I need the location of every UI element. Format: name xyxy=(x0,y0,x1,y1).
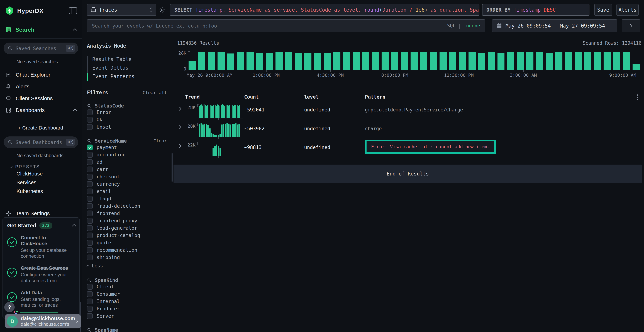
checkbox[interactable] xyxy=(87,306,93,312)
filter-option-Internal[interactable]: Internal xyxy=(87,298,167,305)
filter-option-Client[interactable]: Client xyxy=(87,283,167,290)
checkbox[interactable] xyxy=(87,232,93,238)
filter-option-currency[interactable]: currency xyxy=(87,180,167,188)
filter-option-accounting[interactable]: accounting xyxy=(87,151,167,158)
filters-scrollbar[interactable] xyxy=(172,153,173,182)
source-select[interactable]: Traces xyxy=(87,4,156,16)
filter-option-cart[interactable]: cart xyxy=(87,166,167,173)
analysis-mode-event-deltas[interactable]: Event Deltas xyxy=(92,64,167,72)
row-expand-chevron[interactable] xyxy=(177,102,185,111)
highlighted-error-pattern[interactable]: Error: Visa cache full: cannot add new i… xyxy=(365,140,496,154)
date-range-picker[interactable]: May 26 09:09:54 - May 27 09:09:54 xyxy=(492,19,617,32)
sidebar-item-alerts[interactable]: Alerts xyxy=(0,81,82,92)
sql-select-editor[interactable]: SELECT Timestamp, ServiceName as service… xyxy=(170,4,480,16)
checkbox[interactable] xyxy=(87,144,93,150)
get-started-item-connect[interactable]: Connect to ClickHouse Set up your databa… xyxy=(7,235,76,259)
sidebar-item-chart-explorer[interactable]: Chart Explorer xyxy=(0,69,82,81)
source-settings-gear-icon[interactable] xyxy=(159,6,166,13)
checkbox[interactable] xyxy=(87,117,93,122)
filter-option-flagd[interactable]: flagd xyxy=(87,195,167,202)
filter-option-shipping[interactable]: shipping xyxy=(87,254,167,261)
column-header-trend[interactable]: Trend xyxy=(185,94,244,100)
column-header-pattern[interactable]: Pattern xyxy=(365,94,633,100)
preset-services[interactable]: Services xyxy=(0,178,82,187)
sidebar-collapse-icon[interactable] xyxy=(69,7,77,14)
filter-clear-button[interactable]: Clear xyxy=(154,138,167,144)
analysis-mode-results-table[interactable]: Results Table xyxy=(92,55,167,64)
run-query-button[interactable] xyxy=(622,19,640,32)
sidebar-item-search[interactable]: Search xyxy=(0,25,82,35)
filter-option-Consumer[interactable]: Consumer xyxy=(87,290,167,298)
sql-mode-toggle[interactable]: SQL xyxy=(447,23,456,28)
filter-option-product-catalog[interactable]: product-catalog xyxy=(87,232,167,239)
checkbox[interactable] xyxy=(87,284,93,290)
saved-dashboards-input[interactable]: Saved Dashboards ⌘K xyxy=(4,136,78,148)
checkbox[interactable] xyxy=(87,225,93,231)
filter-option-frontend-proxy[interactable]: frontend-proxy xyxy=(87,217,167,224)
preset-kubernetes[interactable]: Kubernetes xyxy=(0,187,82,196)
get-started-item-sources[interactable]: Create Data Sources Configure where your… xyxy=(7,265,76,284)
checkbox[interactable] xyxy=(87,110,93,115)
analysis-mode-event-patterns[interactable]: Event Patterns xyxy=(92,72,167,81)
lucene-search-bar[interactable]: SQL | Lucene xyxy=(87,19,485,32)
table-row[interactable]: 22K~98813undefinedError: Visa cache full… xyxy=(177,140,642,159)
search-icon[interactable] xyxy=(87,139,92,143)
get-started-item-add-data[interactable]: Add Data Start sending logs, metrics, or… xyxy=(7,290,76,308)
alerts-button[interactable]: Alerts xyxy=(616,4,639,16)
preset-clickhouse[interactable]: ClickHouse xyxy=(0,170,82,178)
filter-option-payment[interactable]: payment xyxy=(87,144,167,151)
checkbox[interactable] xyxy=(87,203,93,209)
filter-option-recommendation[interactable]: recommendation xyxy=(87,246,167,254)
checkbox[interactable] xyxy=(87,210,93,216)
results-histogram[interactable]: 28K 0 May 26 9:00:00 AM1:00:00 PM4:30:00… xyxy=(177,49,642,80)
lucene-mode-toggle[interactable]: Lucene xyxy=(463,23,480,28)
table-menu-kebab-icon[interactable] xyxy=(633,94,642,100)
checkbox[interactable] xyxy=(87,124,93,130)
search-icon[interactable] xyxy=(87,278,92,283)
save-button[interactable]: Save xyxy=(594,4,612,16)
checkbox[interactable] xyxy=(87,188,93,194)
column-header-level[interactable]: level xyxy=(304,94,365,100)
checkbox[interactable] xyxy=(87,218,93,224)
table-row[interactable]: 28K~503982undefinedcharge xyxy=(177,121,642,140)
checkbox[interactable] xyxy=(87,166,93,172)
filter-option-quote[interactable]: quote xyxy=(87,239,167,246)
show-less-button[interactable]: Less xyxy=(87,262,167,270)
filter-option-checkout[interactable]: checkout xyxy=(87,173,167,180)
checkbox[interactable] xyxy=(87,298,93,304)
user-menu[interactable]: D dale@clickhouse.com dale@clickhouse.co… xyxy=(5,314,81,328)
help-button[interactable]: ? xyxy=(4,302,15,312)
create-dashboard-button[interactable]: + Create Dashboard xyxy=(0,123,82,132)
checkbox[interactable] xyxy=(87,313,93,319)
checkbox[interactable] xyxy=(87,174,93,180)
sidebar-item-client-sessions[interactable]: Client Sessions xyxy=(0,92,82,104)
checkbox[interactable] xyxy=(87,247,93,253)
chevron-up-icon[interactable] xyxy=(72,224,76,228)
filter-option-frontend[interactable]: frontend xyxy=(87,210,167,217)
checkbox[interactable] xyxy=(87,159,93,165)
row-expand-chevron[interactable] xyxy=(177,121,185,130)
filter-option-Error[interactable]: Error xyxy=(87,108,167,116)
filter-option-Server[interactable]: Server xyxy=(87,312,167,320)
checkbox[interactable] xyxy=(87,240,93,246)
order-by-editor[interactable]: ORDER BY Timestamp DESC xyxy=(482,4,590,16)
presets-toggle[interactable]: PRESETS xyxy=(0,164,82,170)
filter-option-Ok[interactable]: Ok xyxy=(87,116,167,123)
filter-option-email[interactable]: email xyxy=(87,188,167,195)
checkbox[interactable] xyxy=(87,291,93,297)
table-row[interactable]: 28K~592041undefinedgrpc.oteldemo.Payment… xyxy=(177,102,642,121)
checkbox[interactable] xyxy=(87,152,93,158)
sidebar-item-dashboards[interactable]: Dashboards xyxy=(0,104,82,116)
histogram-bars[interactable] xyxy=(188,52,640,70)
search-input[interactable] xyxy=(92,23,447,28)
checkbox[interactable] xyxy=(87,196,93,202)
row-expand-chevron[interactable] xyxy=(177,140,185,148)
filter-option-ad[interactable]: ad xyxy=(87,158,167,166)
column-header-count[interactable]: Count xyxy=(244,94,304,100)
saved-searches-input[interactable]: Saved Searches ⌘K xyxy=(4,42,78,54)
checkbox[interactable] xyxy=(87,181,93,187)
search-icon[interactable] xyxy=(87,328,92,332)
filter-option-Unset[interactable]: Unset xyxy=(87,123,167,130)
search-icon[interactable] xyxy=(87,104,92,108)
clear-all-button[interactable]: Clear all xyxy=(143,90,167,95)
